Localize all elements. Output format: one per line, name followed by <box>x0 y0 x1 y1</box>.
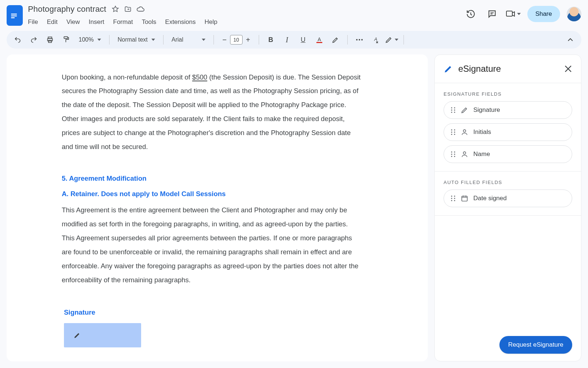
cloud-saved-icon[interactable] <box>136 5 144 13</box>
font-size-input[interactable]: 10 <box>230 35 243 45</box>
menu-insert[interactable]: Insert <box>88 17 105 27</box>
svg-point-32 <box>454 153 455 155</box>
text-color-button[interactable]: A <box>313 33 326 46</box>
clear-formatting-button[interactable]: A <box>369 33 382 46</box>
svg-rect-2 <box>11 15 17 16</box>
svg-rect-4 <box>506 11 512 16</box>
separator <box>109 35 110 45</box>
section-esignature-fields-title: ESIGNATURE FIELDS <box>435 83 581 101</box>
text-span-amount: $500 <box>192 73 207 81</box>
star-icon[interactable] <box>111 5 119 13</box>
field-initials[interactable]: Initials <box>444 123 572 141</box>
menu-help[interactable]: Help <box>204 17 218 27</box>
svg-point-41 <box>454 200 455 201</box>
svg-point-20 <box>451 112 452 113</box>
editing-mode-button[interactable] <box>385 33 398 46</box>
titlebar: Photography contract File Edit View Inse… <box>0 0 588 29</box>
print-button[interactable] <box>43 33 57 46</box>
panel-title: eSignature <box>458 64 559 74</box>
separator <box>214 35 214 45</box>
separator <box>404 35 404 45</box>
drag-handle-icon <box>451 129 456 135</box>
svg-point-39 <box>454 198 455 199</box>
comments-icon[interactable] <box>485 7 499 21</box>
chevron-down-icon <box>97 39 101 41</box>
account-avatar[interactable] <box>567 7 581 21</box>
separator <box>163 35 164 45</box>
separator <box>259 35 259 45</box>
history-icon[interactable] <box>463 7 478 21</box>
font-size-decrease[interactable]: − <box>219 34 230 45</box>
paragraph-style-value: Normal text <box>118 36 148 43</box>
field-label: Date signed <box>473 195 507 202</box>
zoom-select[interactable]: 100% <box>76 33 104 46</box>
redo-button[interactable] <box>27 33 40 46</box>
menu-format[interactable]: Format <box>112 17 134 27</box>
present-button[interactable] <box>506 7 521 21</box>
svg-point-37 <box>454 195 455 197</box>
svg-point-12 <box>356 39 358 40</box>
svg-point-40 <box>451 200 452 201</box>
calendar-icon <box>461 195 468 202</box>
close-panel-button[interactable] <box>564 65 572 73</box>
signature-pen-icon <box>444 64 453 74</box>
svg-point-19 <box>454 109 455 110</box>
svg-rect-3 <box>11 17 15 18</box>
svg-point-23 <box>454 129 455 130</box>
field-name[interactable]: Name <box>444 145 572 163</box>
menu-view[interactable]: View <box>66 17 81 27</box>
svg-point-33 <box>451 156 452 157</box>
document-page[interactable]: Upon booking, a non-refundable deposit o… <box>7 54 428 361</box>
paint-format-button[interactable] <box>60 33 73 46</box>
move-folder-icon[interactable] <box>124 5 132 13</box>
esignature-panel: eSignature ESIGNATURE FIELDS Signature I… <box>434 54 581 361</box>
font-family-select[interactable]: Arial <box>169 33 208 46</box>
menu-tools[interactable]: Tools <box>141 17 157 27</box>
docs-app-icon[interactable] <box>7 5 23 26</box>
signature-field[interactable] <box>64 323 141 347</box>
font-size-increase[interactable]: + <box>243 34 254 45</box>
zoom-value: 100% <box>79 36 94 43</box>
divider <box>435 215 581 216</box>
share-button[interactable]: Share <box>527 6 560 22</box>
bold-button[interactable]: B <box>264 33 277 46</box>
drag-handle-icon <box>451 195 456 201</box>
svg-text:A: A <box>318 36 321 42</box>
field-date-signed[interactable]: Date signed <box>444 190 572 207</box>
chevron-down-icon <box>151 39 155 41</box>
menubar: File Edit View Insert Format Tools Exten… <box>27 15 459 27</box>
menu-extensions[interactable]: Extensions <box>164 17 196 27</box>
svg-rect-11 <box>316 42 322 43</box>
svg-point-28 <box>463 130 466 132</box>
request-esignature-button[interactable]: Request eSignature <box>499 336 572 354</box>
svg-point-29 <box>451 151 452 152</box>
svg-point-34 <box>454 156 455 157</box>
svg-point-17 <box>454 107 455 108</box>
signature-pen-icon <box>461 106 468 114</box>
menu-file[interactable]: File <box>27 17 39 27</box>
panel-header: eSignature <box>435 55 581 83</box>
svg-point-36 <box>451 195 452 197</box>
italic-button[interactable]: I <box>280 33 294 46</box>
field-label: Name <box>473 151 490 158</box>
svg-point-27 <box>454 134 455 135</box>
underline-button[interactable]: U <box>297 33 310 46</box>
more-formatting-button[interactable] <box>353 33 366 46</box>
section-heading-5: 5. Agreement Modification <box>62 174 362 183</box>
paragraph-modification: This Agreement is the entire agreement b… <box>62 203 362 287</box>
svg-point-25 <box>454 131 455 132</box>
section-auto-fields-title: AUTO FILLED FIELDS <box>435 171 581 190</box>
text-span: (the Session Deposit) is due. The Sessio… <box>62 73 361 151</box>
chevron-down-icon <box>202 39 205 41</box>
svg-point-35 <box>463 152 466 154</box>
undo-button[interactable] <box>11 33 24 46</box>
highlight-button[interactable] <box>329 33 342 46</box>
document-title[interactable]: Photography contract <box>27 4 107 14</box>
chevron-down-icon <box>517 13 521 15</box>
field-label: Initials <box>473 128 491 136</box>
svg-point-22 <box>451 129 452 130</box>
menu-edit[interactable]: Edit <box>46 17 58 27</box>
toolbar-collapse-button[interactable] <box>564 33 577 46</box>
field-signature[interactable]: Signature <box>444 101 572 119</box>
paragraph-style-select[interactable]: Normal text <box>115 33 158 46</box>
